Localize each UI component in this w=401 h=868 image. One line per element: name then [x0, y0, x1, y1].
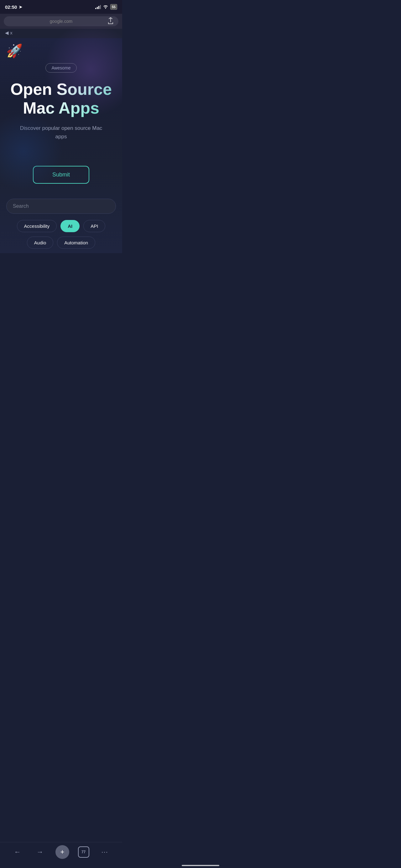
address-text: google.com: [50, 19, 73, 24]
battery-icon: 55: [110, 4, 117, 10]
hero-title: Open Source Mac Apps: [6, 80, 116, 118]
address-bar[interactable]: google.com: [4, 16, 118, 26]
tags-row-2: Audio Automation: [6, 237, 116, 249]
hero-subtitle: Discover popular open source Mac apps: [14, 124, 108, 141]
status-bar: 02:50 ➤ 55: [0, 0, 122, 14]
tag-api[interactable]: API: [83, 220, 105, 232]
status-icons: 55: [95, 4, 117, 10]
search-section: [6, 199, 116, 214]
search-input[interactable]: [13, 204, 109, 209]
tag-audio[interactable]: Audio: [27, 237, 53, 249]
share-icon[interactable]: [108, 17, 113, 26]
search-container[interactable]: [6, 199, 116, 214]
back-nav[interactable]: ◀ x: [5, 30, 12, 35]
wifi-icon: [103, 4, 108, 10]
submit-button[interactable]: Submit: [33, 166, 89, 184]
hero-badge: Awesome: [46, 63, 77, 72]
tags-row-1: Accessibility AI API: [6, 220, 116, 232]
categories-section: Accessibility AI API Audio Automation: [6, 220, 116, 253]
tag-accessibility[interactable]: Accessibility: [17, 220, 57, 232]
battery-level: 55: [112, 5, 116, 9]
status-time: 02:50 ➤: [5, 4, 22, 10]
signal-bars: [95, 5, 101, 9]
tag-ai[interactable]: AI: [60, 220, 80, 232]
location-icon: ➤: [19, 5, 22, 9]
main-content: 🚀 Awesome Open Source Mac Apps Discover …: [0, 38, 122, 253]
tag-automation[interactable]: Automation: [57, 237, 95, 249]
app-logo: 🚀: [6, 43, 23, 59]
time-display: 02:50: [5, 4, 17, 10]
browser-bar: google.com: [0, 14, 122, 29]
